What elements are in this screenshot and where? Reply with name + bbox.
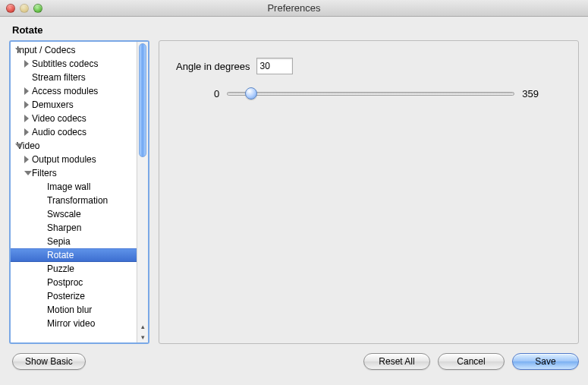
tree-item-label: Rotate <box>47 250 74 260</box>
slider-min-label: 0 <box>214 88 219 99</box>
tree-item-label: Input / Codecs <box>17 45 75 55</box>
tree-item-label: Video codecs <box>32 113 86 124</box>
tree-item[interactable]: Image wall <box>14 180 137 194</box>
tree-item[interactable]: Audio codecs <box>14 125 137 139</box>
disclosure-right-icon[interactable] <box>24 156 29 163</box>
angle-input[interactable] <box>256 58 293 74</box>
save-button[interactable]: Save <box>512 353 579 370</box>
page-title: Rotate <box>12 24 579 36</box>
tree-item[interactable]: Filters <box>14 166 137 180</box>
category-tree-list[interactable]: Input / CodecsSubtitles codecsStream fil… <box>11 42 137 342</box>
tree-item-label: Sharpen <box>47 222 81 233</box>
tree-item[interactable]: Sharpen <box>14 221 137 235</box>
tree-item-label: Transformation <box>47 195 108 206</box>
disclosure-down-icon[interactable] <box>15 48 23 52</box>
scrollbar-thumb[interactable] <box>139 43 146 157</box>
window-title: Preferences <box>0 2 588 14</box>
settings-panel: Angle in degrees 0 359 <box>159 40 579 344</box>
tree-item[interactable]: Demuxers <box>14 98 137 112</box>
tree-item[interactable]: Postproc <box>14 276 137 289</box>
show-basic-button[interactable]: Show Basic <box>12 353 86 370</box>
tree-item[interactable]: Sepia <box>14 235 137 248</box>
tree-item-label: Stream filters <box>32 72 86 83</box>
tree-item[interactable]: Puzzle <box>14 262 137 276</box>
disclosure-right-icon[interactable] <box>24 101 29 109</box>
disclosure-right-icon[interactable] <box>24 60 29 68</box>
close-window-button[interactable] <box>6 4 15 13</box>
tree-item[interactable]: Motion blur <box>14 303 137 317</box>
tree-item[interactable]: Access modules <box>14 84 137 98</box>
angle-label: Angle in degrees <box>176 61 250 72</box>
category-tree: Input / CodecsSubtitles codecsStream fil… <box>9 40 149 344</box>
scroll-up-button[interactable]: ▴ <box>137 321 148 332</box>
tree-item[interactable]: Stream filters <box>14 71 137 84</box>
tree-item-label: Filters <box>32 168 57 178</box>
tree-item[interactable]: Rotate <box>11 248 137 262</box>
tree-item[interactable]: Transformation <box>14 194 137 207</box>
slider-thumb[interactable] <box>245 87 257 99</box>
tree-item[interactable]: Posterize <box>14 289 137 303</box>
disclosure-right-icon[interactable] <box>24 87 29 95</box>
tree-item[interactable]: Output modules <box>14 153 137 166</box>
reset-all-button[interactable]: Reset All <box>363 353 430 370</box>
tree-item-label: Output modules <box>32 154 96 165</box>
disclosure-down-icon[interactable] <box>15 144 23 148</box>
slider-track <box>227 92 514 96</box>
tree-item-label: Postproc <box>47 277 83 288</box>
tree-scrollbar[interactable]: ▴ ▾ <box>137 42 148 342</box>
disclosure-down-icon[interactable] <box>24 171 32 175</box>
tree-item[interactable]: Input / Codecs <box>14 43 137 57</box>
scroll-down-button[interactable]: ▾ <box>137 332 148 342</box>
tree-item-label: Demuxers <box>32 99 74 110</box>
tree-item[interactable]: Swscale <box>14 207 137 221</box>
cancel-button[interactable]: Cancel <box>438 353 505 370</box>
tree-item[interactable]: Video <box>14 139 137 153</box>
tree-item-label: Posterize <box>47 291 85 301</box>
titlebar: Preferences <box>0 0 588 17</box>
tree-item[interactable]: Subtitles codecs <box>14 57 137 71</box>
minimize-window-button[interactable] <box>20 4 29 13</box>
disclosure-right-icon[interactable] <box>24 115 29 122</box>
tree-item-label: Swscale <box>47 209 81 219</box>
disclosure-right-icon[interactable] <box>24 128 29 136</box>
tree-item-label: Subtitles codecs <box>32 58 98 69</box>
tree-item-label: Puzzle <box>47 264 74 274</box>
zoom-window-button[interactable] <box>33 4 42 13</box>
angle-slider[interactable] <box>227 87 514 100</box>
tree-item-label: Audio codecs <box>32 127 86 137</box>
tree-item-label: Mirror video <box>47 318 95 329</box>
tree-item-label: Access modules <box>32 86 98 96</box>
footer: Show Basic Reset All Cancel Save <box>0 344 588 370</box>
slider-max-label: 359 <box>522 88 539 99</box>
tree-item[interactable]: Mirror video <box>14 317 137 330</box>
tree-item-label: Sepia <box>47 236 71 247</box>
tree-item[interactable]: Video codecs <box>14 112 137 125</box>
window-controls <box>6 4 42 13</box>
tree-item-label: Image wall <box>47 181 90 192</box>
tree-item-label: Motion blur <box>47 305 92 315</box>
